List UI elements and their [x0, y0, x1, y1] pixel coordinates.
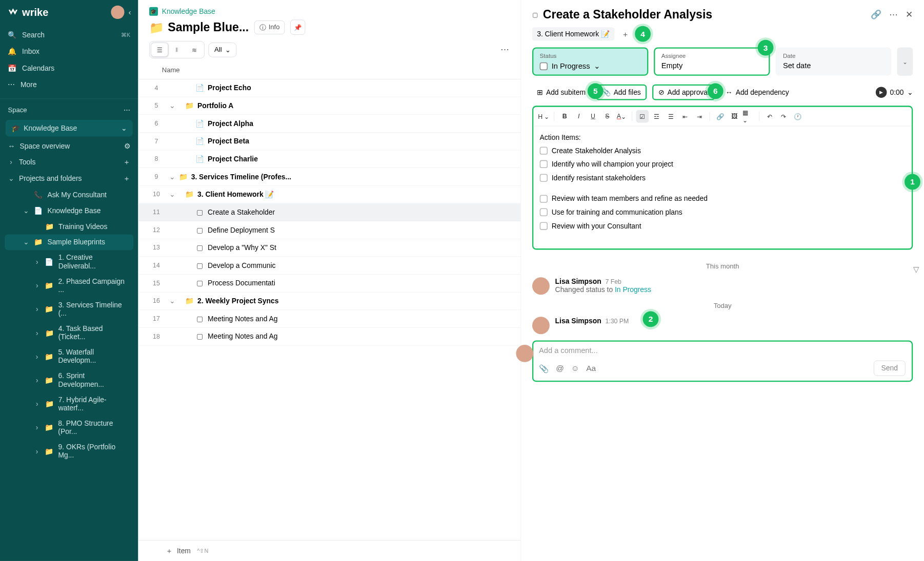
- sidebar-tree-item[interactable]: ›📁4. Task Based (Ticket...: [0, 321, 138, 345]
- add-files-button[interactable]: 5 📎 Add files: [596, 85, 647, 100]
- list-row[interactable]: 18▢Meeting Notes and Ag: [138, 328, 521, 346]
- checklist-item[interactable]: Use for training and communication plans: [540, 205, 906, 219]
- sidebar-tree-item[interactable]: ›📁2. Phased Campaign ...: [0, 274, 138, 297]
- sidebar-tree-item[interactable]: ›📄1. Creative Deliverabl...: [0, 250, 138, 274]
- add-item-row[interactable]: ＋ Item ^⇧N: [138, 540, 521, 561]
- list-row[interactable]: 11▢Create a Stakeholder: [138, 203, 521, 221]
- link-button[interactable]: 🔗: [714, 110, 727, 123]
- checklist-item[interactable]: Create Stakeholder Analysis: [540, 144, 906, 158]
- list-row[interactable]: 15▢Process Documentati: [138, 275, 521, 293]
- attachment-icon[interactable]: 📎: [539, 364, 549, 373]
- activity-status-link[interactable]: In Progress: [615, 286, 651, 294]
- sidebar-tree-item[interactable]: ⌄📁Sample Blueprints: [5, 234, 133, 250]
- checklist-button[interactable]: ☑: [636, 110, 649, 123]
- table-button[interactable]: ▦ ⌄: [742, 110, 755, 123]
- sidebar-tree-item[interactable]: ›📁3. Services Timeline (...: [0, 298, 138, 321]
- list-more-menu[interactable]: ⋯: [500, 45, 510, 55]
- checklist-item[interactable]: Identify resistant stakeholders: [540, 171, 906, 185]
- assignee-field[interactable]: 3 Assignee Empty: [654, 47, 770, 75]
- expand-icon[interactable]: ⌄: [167, 297, 178, 305]
- italic-button[interactable]: I: [573, 110, 586, 123]
- date-field[interactable]: Date Set date: [775, 47, 891, 75]
- list-row[interactable]: 5⌄📁Portfolio A: [138, 97, 521, 115]
- view-table-button[interactable]: ☰: [151, 43, 168, 57]
- checkbox-icon[interactable]: [540, 209, 548, 216]
- text-format-icon[interactable]: Aa: [586, 364, 596, 373]
- image-button[interactable]: 🖼: [728, 110, 741, 123]
- user-avatar[interactable]: [111, 6, 125, 19]
- list-row[interactable]: 4📄Project Echo: [138, 79, 521, 97]
- list-row[interactable]: 14▢Develop a Communic: [138, 257, 521, 275]
- add-dependency-button[interactable]: ↔ Add dependency: [720, 86, 794, 98]
- strike-button[interactable]: S: [601, 110, 614, 123]
- text-color-button[interactable]: A ⌄: [615, 110, 628, 123]
- list-row[interactable]: 13▢Develop a "Why X" St: [138, 239, 521, 257]
- plus-icon[interactable]: ＋: [123, 157, 130, 167]
- expand-icon[interactable]: ⌄: [167, 190, 178, 199]
- status-field[interactable]: Status In Progress ⌄: [532, 47, 648, 75]
- timer[interactable]: ▶ 0:00 ⌄: [876, 87, 913, 98]
- link-icon[interactable]: 🔗: [871, 9, 881, 19]
- more-menu-icon[interactable]: ⋯: [889, 9, 898, 19]
- nav-calendars[interactable]: 📅 Calendars: [0, 60, 138, 76]
- projects-folders-row[interactable]: ⌄ Projects and folders ＋: [0, 171, 138, 187]
- outdent-button[interactable]: ⇤: [679, 110, 692, 123]
- status-checkbox[interactable]: [540, 62, 548, 70]
- list-row[interactable]: 8📄Project Charlie: [138, 150, 521, 168]
- checklist-item[interactable]: Review with team members and refine as n…: [540, 192, 906, 206]
- checkbox-icon[interactable]: [540, 195, 548, 202]
- heading-button[interactable]: H ⌄: [537, 110, 550, 123]
- view-gantt-button[interactable]: ≋: [186, 43, 203, 57]
- expand-icon[interactable]: ⌄: [167, 101, 178, 110]
- breadcrumb[interactable]: Knowledge Base: [162, 7, 215, 15]
- add-approval-button[interactable]: ⊘ Add approval 6: [652, 85, 715, 100]
- view-board-button[interactable]: ⫴: [168, 43, 186, 57]
- sidebar-tree-item[interactable]: ›📁7. Hybrid Agile-waterf...: [0, 392, 138, 415]
- checklist-item[interactable]: Review with your Consultant: [540, 219, 906, 233]
- list-row[interactable]: 12▢Define Deployment S: [138, 221, 521, 239]
- list-row[interactable]: 6📄Project Alpha: [138, 115, 521, 133]
- description-editor[interactable]: 1 H ⌄ B I U S A ⌄ ☑ ☲ ☰ ⇤ ⇥ 🔗 🖼 ▦ ⌄ ↶ ↷ …: [532, 106, 913, 250]
- undo-button[interactable]: ↶: [763, 110, 776, 123]
- sidebar-tree-item[interactable]: ›📁6. Sprint Developmen...: [0, 368, 138, 392]
- checkbox-icon[interactable]: [540, 222, 548, 230]
- history-button[interactable]: 🕐: [792, 110, 805, 123]
- sidebar-tree-item[interactable]: ›📁8. PMO Structure (Por...: [0, 416, 138, 440]
- plus-icon[interactable]: ＋: [123, 174, 130, 183]
- sidebar-tree-item[interactable]: 📁Training Videos: [0, 219, 138, 235]
- comment-box[interactable]: Add a comment... 📎 @ ☺ Aa Send: [532, 341, 913, 382]
- space-selector[interactable]: 🎓 Knowledge Base ⌄: [6, 120, 133, 136]
- tools-row[interactable]: › Tools ＋: [0, 154, 138, 170]
- checkbox-icon[interactable]: [540, 160, 548, 168]
- space-menu-icon[interactable]: ⋯: [124, 106, 130, 114]
- logo[interactable]: wrike: [7, 6, 48, 18]
- parent-chip[interactable]: 3. Client Homework 📝: [532, 27, 614, 40]
- comment-placeholder[interactable]: Add a comment...: [539, 346, 906, 355]
- redo-button[interactable]: ↷: [777, 110, 790, 123]
- expand-icon[interactable]: ⌄: [167, 172, 178, 181]
- send-button[interactable]: Send: [874, 361, 906, 376]
- indent-button[interactable]: ⇥: [693, 110, 706, 123]
- numbered-list-button[interactable]: ☲: [650, 110, 663, 123]
- list-row[interactable]: 16⌄📁2. Weekly Project Syncs: [138, 293, 521, 310]
- sidebar-tree-item[interactable]: 📞Ask My Consultant: [0, 187, 138, 203]
- filter-icon[interactable]: ▽: [913, 264, 919, 274]
- pin-button[interactable]: 📌: [290, 20, 305, 35]
- collapse-sidebar-icon[interactable]: ‹: [129, 8, 131, 17]
- emoji-icon[interactable]: ☺: [571, 364, 579, 373]
- info-button[interactable]: ⓘ Info: [254, 20, 285, 34]
- list-row[interactable]: 7📄Project Beta: [138, 133, 521, 151]
- close-icon[interactable]: ✕: [906, 9, 913, 19]
- underline-button[interactable]: U: [587, 110, 599, 123]
- gear-icon[interactable]: ⚙: [124, 141, 130, 150]
- sidebar-tree-item[interactable]: ⌄📄Knowledge Base: [0, 203, 138, 219]
- list-row[interactable]: 9⌄📁3. Services Timeline (Profes...: [138, 168, 521, 186]
- play-icon[interactable]: ▶: [876, 87, 887, 98]
- mention-icon[interactable]: @: [556, 364, 564, 373]
- checklist-item[interactable]: Identify who will champion your project: [540, 157, 906, 171]
- nav-search[interactable]: 🔍 Search ⌘K: [0, 27, 138, 43]
- add-parent-button[interactable]: ＋: [618, 27, 633, 41]
- filter-all-dropdown[interactable]: All ⌄: [209, 43, 237, 57]
- add-subitem-button[interactable]: ⊞ Add subitem: [532, 86, 590, 99]
- nav-inbox[interactable]: 🔔 Inbox: [0, 44, 138, 60]
